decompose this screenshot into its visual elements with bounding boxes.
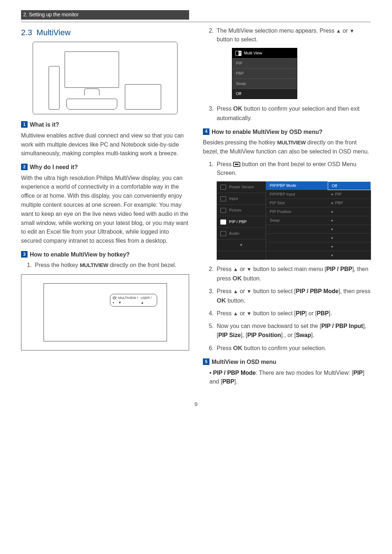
- menu-button-icon: [233, 162, 240, 167]
- step-item: Press OK button to confirm your selectio…: [215, 104, 371, 123]
- paragraph: With the ultra high resolution Philips M…: [21, 174, 189, 246]
- multiview-label: MULTIVIEW: [277, 139, 306, 145]
- down-arrow-icon: ▼: [246, 288, 252, 294]
- osd-right-blank: [328, 216, 371, 225]
- step-item: Press ▲ or ▼ button to select [PIP / PBP…: [215, 287, 371, 305]
- pip-icon: [220, 219, 226, 225]
- section-heading: 2.3MultiView: [21, 27, 189, 38]
- subheading-multiview-osd: 5MultiView in OSD menu: [203, 358, 371, 366]
- bezel-btn: MULTIVIEW /▼: [118, 296, 141, 305]
- illustration-hotkey: ⏻/◀ MULTIVIEW /▼ USER /▲: [21, 274, 189, 350]
- subheading-why-need: 2Why do I need it?: [21, 163, 189, 171]
- down-arrow-icon: ▼: [246, 311, 252, 316]
- section-num: 2.3: [21, 28, 37, 37]
- paragraph: Besides pressing the hotkey MULTIVIEW di…: [203, 138, 371, 156]
- up-arrow-icon: ▲: [233, 288, 238, 294]
- divider: [21, 22, 371, 22]
- step-item: Press button on the front bezel to enter…: [215, 160, 371, 260]
- osd-right-item-selected: Off: [328, 181, 371, 190]
- osd-right-item: PBP: [328, 199, 371, 208]
- subheading-enable-osd: 4How to enable MultiView by OSD menu?: [203, 128, 371, 136]
- ok-label: OK: [233, 345, 242, 352]
- bullet-icon: [331, 220, 333, 221]
- bullet-icon: [331, 237, 333, 239]
- bullet-icon: [331, 255, 333, 256]
- subheading-what-is-it: 1What is it?: [21, 121, 189, 129]
- section-title: MultiView: [37, 28, 71, 37]
- down-arrow-icon: ▼: [350, 28, 355, 34]
- step-item: Press the hotkey MULTIVIEW directly on t…: [33, 261, 189, 270]
- multiview-label: MULTIVIEW: [80, 262, 109, 268]
- breadcrumb: 2. Setting up the monitor: [21, 10, 189, 20]
- breadcrumb-text: Setting up the monitor: [29, 12, 79, 17]
- osd-right-blank: [328, 234, 371, 242]
- menu-item-pip: PIP: [232, 58, 297, 68]
- bullet-icon: [331, 246, 333, 247]
- page-number: 9: [21, 400, 371, 408]
- up-arrow-icon: ▲: [233, 311, 238, 316]
- osd-mid-item-selected: PIP/PBP Mode: [266, 181, 328, 190]
- osd-menu-panel: Power Sensor Input Picture PIP / PBP Aud…: [217, 181, 371, 260]
- bezel-btn: USER /▲: [140, 296, 154, 305]
- step-item: Press ▲ or ▼ button to select main menu …: [215, 265, 371, 283]
- osd-mid-item: PIP/PBP Input: [266, 190, 328, 199]
- monitor-icon: [65, 52, 119, 88]
- osd-right-blank: [328, 242, 371, 251]
- illustration-devices: [33, 42, 177, 114]
- osd-mid-item: PIP Size: [266, 199, 328, 208]
- subheading-enable-hotkey: 3How to enable MultiView by hotkey?: [21, 251, 189, 259]
- paragraph: Multiview enables active dual connect an…: [21, 131, 189, 158]
- menu-header: Multi View: [232, 48, 297, 58]
- sensor-icon: [220, 185, 226, 190]
- step-item: The MultiView selection menu appears. Pr…: [215, 26, 371, 99]
- bullet-icon: [331, 229, 333, 230]
- input-icon: [220, 196, 226, 201]
- bullet-item: PIP / PBP Mode: There are two modes for …: [209, 369, 371, 387]
- osd-mid-blank: [266, 251, 328, 260]
- osd-right-blank: [328, 251, 371, 260]
- num-badge: 2: [21, 164, 28, 170]
- bullet-icon: [331, 202, 333, 204]
- audio-icon: [220, 231, 226, 236]
- bullet-icon: [331, 194, 333, 195]
- picture-icon: [220, 208, 226, 213]
- up-arrow-icon: ▲: [336, 28, 341, 34]
- bullet-icon: [331, 211, 333, 213]
- osd-left-item: Audio: [217, 228, 266, 239]
- osd-left-item: Picture: [217, 205, 266, 216]
- num-badge: 1: [21, 121, 28, 128]
- menu-item-off: Off: [232, 89, 297, 99]
- osd-scroll-down: ▼: [217, 239, 266, 251]
- multiview-menu: Multi View PIP PBP Swap Off: [232, 48, 297, 99]
- osd-mid-blank: [266, 225, 328, 234]
- step-item: Press ▲ or ▼ button to select [PIP] or […: [215, 309, 371, 318]
- num-badge: 5: [203, 358, 209, 365]
- breadcrumb-num: 2.: [23, 12, 28, 17]
- osd-mid-blank: [266, 242, 328, 251]
- num-badge: 3: [21, 251, 28, 258]
- bezel-button-callout: ⏻/◀ MULTIVIEW /▼ USER /▲: [110, 294, 157, 307]
- osd-left-item: Power Sensor: [217, 181, 266, 193]
- osd-mid-item: Swap: [266, 216, 328, 225]
- pc-tower-icon: [49, 66, 60, 110]
- osd-left-item: Input: [217, 193, 266, 205]
- ok-label: OK: [233, 275, 242, 282]
- step-item: Now you can move backward to set the [PI…: [215, 322, 371, 340]
- osd-right-blank: [328, 225, 371, 234]
- keyboard-icon: [66, 99, 117, 110]
- osd-mid-item: PIP Position: [266, 208, 328, 216]
- ok-label: OK: [217, 297, 226, 304]
- menu-item-pbp: PBP: [232, 68, 297, 78]
- menu-item-swap: Swap: [232, 78, 297, 89]
- pip-icon: [235, 51, 242, 56]
- up-arrow-icon: ▲: [233, 266, 238, 272]
- osd-right-item: PIP: [328, 190, 371, 199]
- osd-mid-blank: [266, 234, 328, 242]
- num-badge: 4: [203, 128, 209, 135]
- osd-left-item-selected: PIP / PBP: [217, 216, 266, 228]
- laptop-icon: [125, 84, 161, 110]
- bezel-btn: ⏻/◀: [113, 296, 118, 305]
- monitor-outline: ⏻/◀ MULTIVIEW /▼ USER /▲: [44, 283, 167, 341]
- ok-label: OK: [233, 105, 242, 112]
- step-item: Press OK button to confirm your selectio…: [215, 344, 371, 353]
